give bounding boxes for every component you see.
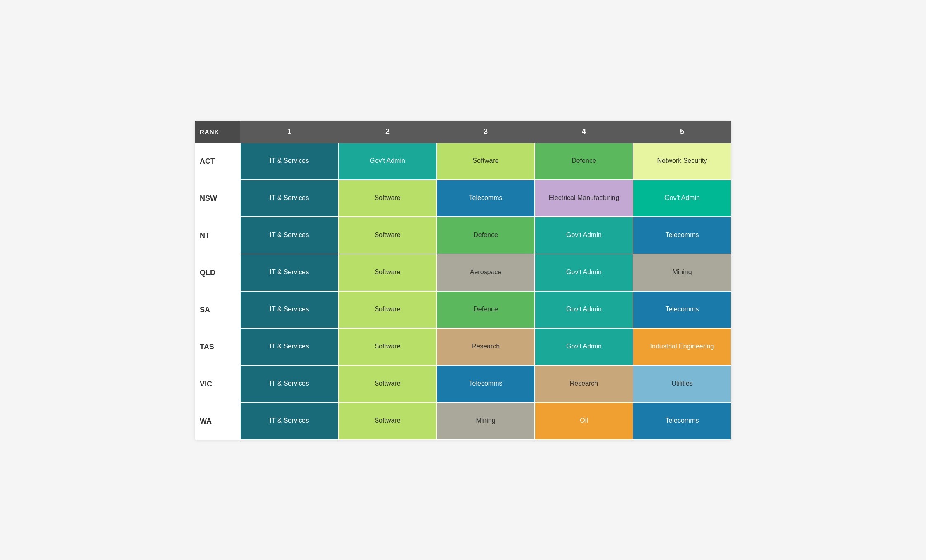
cell-wa-1: IT & Services bbox=[240, 402, 338, 440]
rank-header: RANK bbox=[195, 121, 240, 143]
row-label-qld: QLD bbox=[195, 254, 240, 291]
cell-vic-1: IT & Services bbox=[240, 365, 338, 402]
cell-nt-3: Defence bbox=[437, 217, 535, 254]
row-label-tas: TAS bbox=[195, 328, 240, 365]
cell-tas-4: Gov't Admin bbox=[535, 328, 633, 365]
cell-qld-3: Aerospace bbox=[437, 254, 535, 291]
col-header-3: 3 bbox=[437, 121, 535, 143]
cell-vic-2: Software bbox=[338, 365, 437, 402]
cell-qld-2: Software bbox=[338, 254, 437, 291]
cell-qld-1: IT & Services bbox=[240, 254, 338, 291]
cell-nt-2: Software bbox=[338, 217, 437, 254]
col-header-5: 5 bbox=[633, 121, 731, 143]
cell-nsw-3: Telecomms bbox=[437, 180, 535, 217]
table-grid: RANK 1 2 3 4 5 bbox=[195, 121, 731, 143]
cell-sa-3: Defence bbox=[437, 291, 535, 328]
cell-act-1: IT & Services bbox=[240, 143, 338, 180]
cell-wa-4: Oil bbox=[535, 402, 633, 440]
cell-act-3: Software bbox=[437, 143, 535, 180]
cell-sa-2: Software bbox=[338, 291, 437, 328]
cell-tas-5: Industrial Engineering bbox=[633, 328, 731, 365]
cell-nt-4: Gov't Admin bbox=[535, 217, 633, 254]
cell-qld-4: Gov't Admin bbox=[535, 254, 633, 291]
cell-vic-5: Utilities bbox=[633, 365, 731, 402]
cell-qld-5: Mining bbox=[633, 254, 731, 291]
cell-wa-2: Software bbox=[338, 402, 437, 440]
cell-wa-3: Mining bbox=[437, 402, 535, 440]
row-label-act: ACT bbox=[195, 143, 240, 180]
cell-vic-3: Telecomms bbox=[437, 365, 535, 402]
cell-nsw-1: IT & Services bbox=[240, 180, 338, 217]
cell-sa-5: Telecomms bbox=[633, 291, 731, 328]
col-header-2: 2 bbox=[338, 121, 437, 143]
cell-sa-4: Gov't Admin bbox=[535, 291, 633, 328]
cell-vic-4: Research bbox=[535, 365, 633, 402]
row-label-wa: WA bbox=[195, 402, 240, 440]
cell-tas-1: IT & Services bbox=[240, 328, 338, 365]
col-header-1: 1 bbox=[240, 121, 338, 143]
cell-act-4: Defence bbox=[535, 143, 633, 180]
cell-sa-1: IT & Services bbox=[240, 291, 338, 328]
row-label-nt: NT bbox=[195, 217, 240, 254]
cell-act-5: Network Security bbox=[633, 143, 731, 180]
cell-nt-5: Telecomms bbox=[633, 217, 731, 254]
row-label-sa: SA bbox=[195, 291, 240, 328]
row-label-vic: VIC bbox=[195, 365, 240, 402]
cell-wa-5: Telecomms bbox=[633, 402, 731, 440]
cell-nsw-5: Gov't Admin bbox=[633, 180, 731, 217]
cell-act-2: Gov't Admin bbox=[338, 143, 437, 180]
cell-tas-2: Software bbox=[338, 328, 437, 365]
cell-nsw-4: Electrical Manufacturing bbox=[535, 180, 633, 217]
cell-nsw-2: Software bbox=[338, 180, 437, 217]
cell-tas-3: Research bbox=[437, 328, 535, 365]
col-header-4: 4 bbox=[535, 121, 633, 143]
main-table: RANK 1 2 3 4 5 ACTIT & ServicesGov't Adm… bbox=[195, 121, 731, 440]
data-grid: ACTIT & ServicesGov't AdminSoftwareDefen… bbox=[195, 143, 731, 440]
cell-nt-1: IT & Services bbox=[240, 217, 338, 254]
row-label-nsw: NSW bbox=[195, 180, 240, 217]
